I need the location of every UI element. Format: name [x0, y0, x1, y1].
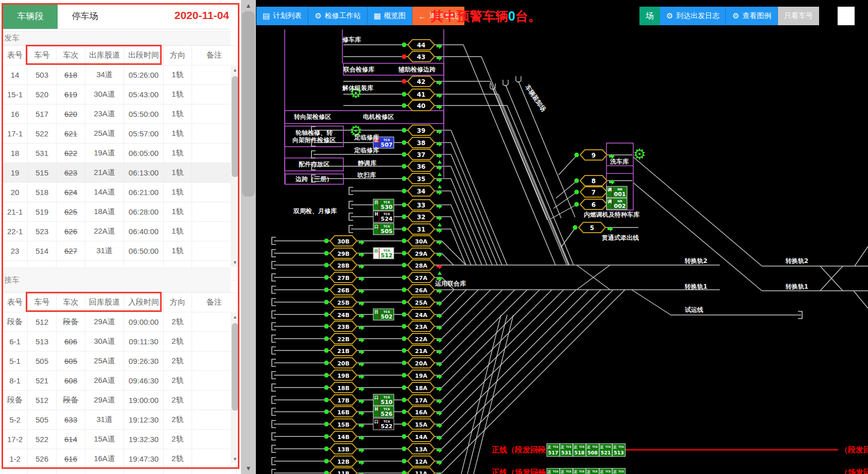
- back-icon: ←: [419, 12, 426, 21]
- svg-text:28A: 28A: [415, 262, 427, 269]
- area-label: 修车库: [342, 36, 361, 43]
- area-label: 边跨（三层）: [295, 175, 333, 183]
- button-label: 查看图例: [742, 11, 771, 21]
- area-label: 向架附件检修区: [292, 136, 336, 144]
- button-label: 场: [646, 11, 654, 22]
- svg-text:8: 8: [592, 178, 596, 185]
- view-legend-button[interactable]: ⚙查看图例: [726, 7, 777, 25]
- svg-text:6: 6: [592, 201, 596, 208]
- svg-text:512: 512: [381, 252, 393, 259]
- warning-text: 其中预警车辆0台。: [431, 7, 541, 25]
- svg-text:17A: 17A: [415, 397, 427, 404]
- train-badge-502[interactable]: 日TC6502: [373, 309, 394, 320]
- svg-text:11B: 11B: [337, 470, 350, 474]
- area-label: 解体组装库: [342, 84, 374, 92]
- area-label: 电机检修区: [363, 113, 394, 120]
- svg-text:24B: 24B: [337, 312, 350, 319]
- train-badge-510[interactable]: 口TC6510: [373, 394, 394, 406]
- area-label: 联合检修库: [343, 66, 375, 73]
- maintenance-station-button[interactable]: ⚙检修工作站: [308, 7, 367, 25]
- train-badge-512[interactable]: 出TC6512: [373, 248, 394, 259]
- svg-text:505: 505: [381, 228, 393, 235]
- arrive-depart-log-button[interactable]: ⚙到达出发日志: [660, 7, 726, 25]
- svg-text:18B: 18B: [337, 385, 350, 392]
- train-badge-001[interactable]: 调NR001: [606, 186, 627, 198]
- svg-text:517: 517: [548, 450, 559, 455]
- svg-text:13A: 13A: [415, 446, 427, 453]
- svg-text:正: 正: [586, 470, 591, 474]
- only-car-number-button[interactable]: 只看车号: [778, 7, 819, 25]
- departure-scrollbar[interactable]: ▲ ▼: [231, 66, 239, 267]
- svg-text:510: 510: [381, 399, 393, 406]
- svg-text:526: 526: [381, 411, 393, 417]
- scroll-down-icon[interactable]: ▼: [231, 455, 239, 463]
- area-label: 内燃调机及特种车库: [584, 211, 640, 218]
- svg-text:日: 日: [374, 310, 378, 314]
- svg-text:29A: 29A: [415, 251, 427, 257]
- svg-text:14A: 14A: [415, 434, 427, 441]
- svg-text:TC6: TC6: [579, 470, 585, 473]
- svg-text:40: 40: [417, 102, 426, 110]
- svg-text:524: 524: [381, 216, 393, 222]
- area-label: 转换轨1: [785, 283, 808, 290]
- area-label: 辅助检修边跨: [398, 66, 436, 73]
- train-badge-505[interactable]: 口TC6505: [373, 223, 394, 235]
- toolbar-blank-block: [838, 7, 855, 25]
- svg-text:TC6: TC6: [384, 249, 390, 252]
- svg-text:TC6: TC6: [618, 445, 624, 448]
- svg-text:（场发回段）: （场发回段）: [840, 468, 868, 474]
- area-label: 定临修库: [354, 134, 379, 141]
- svg-text:41: 41: [417, 91, 426, 98]
- train-badge-526[interactable]: HTC6526: [373, 406, 394, 417]
- button-label: 到达出发日志: [676, 11, 719, 21]
- svg-text:正: 正: [574, 470, 578, 474]
- svg-text:12B: 12B: [337, 459, 350, 465]
- svg-text:530: 530: [381, 204, 393, 210]
- scroll-down-icon[interactable]: ▼: [231, 258, 239, 267]
- area-label: 配件存放区: [299, 161, 329, 168]
- svg-text:9: 9: [592, 152, 596, 159]
- svg-text:TC6: TC6: [384, 138, 390, 142]
- svg-text:23B: 23B: [337, 324, 350, 330]
- train-badge-524[interactable]: HTC6524: [373, 211, 394, 222]
- button-label: 检修工作站: [325, 11, 361, 21]
- svg-text:25B: 25B: [337, 300, 350, 306]
- doc-icon: ▤: [263, 11, 270, 21]
- svg-text:正: 正: [560, 470, 564, 474]
- gear-icon: ⚙: [315, 11, 321, 21]
- train-badge-530[interactable]: 日TC6530: [373, 199, 394, 210]
- svg-text:正: 正: [574, 445, 578, 449]
- svg-text:TC6: TC6: [384, 395, 390, 399]
- area-label: 静调库: [358, 160, 377, 167]
- train-badge-522[interactable]: 口TC6522: [373, 418, 394, 430]
- train-badge-002[interactable]: 调NR002: [606, 198, 627, 209]
- svg-text:7: 7: [592, 189, 596, 196]
- svg-text:TC6: TC6: [592, 445, 598, 448]
- svg-text:11A: 11A: [415, 470, 427, 474]
- plan-list-button[interactable]: ▤计划列表: [256, 7, 308, 25]
- svg-text:20A: 20A: [415, 360, 427, 367]
- svg-text:30A: 30A: [415, 238, 427, 245]
- arrival-scrollbar[interactable]: ▲ ▼: [231, 313, 239, 463]
- svg-text:21B: 21B: [337, 348, 350, 355]
- svg-text:44: 44: [417, 42, 426, 49]
- svg-text:TC6: TC6: [384, 419, 390, 423]
- svg-text:31: 31: [417, 226, 426, 233]
- button-label: 只看车号: [784, 11, 813, 21]
- svg-text:37: 37: [417, 151, 426, 159]
- svg-text:26B: 26B: [337, 287, 350, 294]
- svg-text:调: 调: [607, 199, 612, 204]
- area-label: 贯通式牵出线: [601, 234, 639, 241]
- svg-text:30B: 30B: [337, 238, 350, 245]
- svg-text:502: 502: [381, 313, 393, 320]
- scroll-up-icon[interactable]: ▲: [231, 313, 239, 321]
- svg-text:22B: 22B: [337, 336, 350, 343]
- yard-button[interactable]: 场: [639, 7, 660, 25]
- area-label: 定临修库: [354, 147, 379, 154]
- svg-text:口: 口: [374, 419, 378, 424]
- scroll-up-icon[interactable]: ▲: [231, 66, 239, 74]
- svg-text:TC6: TC6: [592, 470, 598, 473]
- overview-button[interactable]: ▦概览图: [368, 7, 412, 25]
- area-label: 吹扫库: [357, 171, 376, 179]
- svg-text:口: 口: [374, 224, 378, 229]
